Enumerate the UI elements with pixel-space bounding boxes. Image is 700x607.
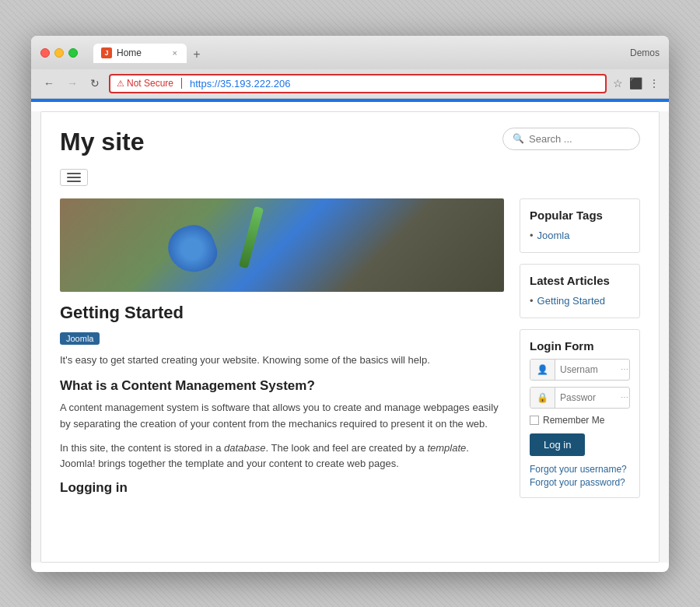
minimize-button[interactable] <box>54 48 64 58</box>
hamburger-line-1 <box>67 173 81 174</box>
popular-tag-joomla-link[interactable]: Joomla <box>537 230 570 241</box>
latest-articles-list: Getting Started <box>530 293 630 308</box>
url-text: https://35.193.222.206 <box>190 78 290 89</box>
not-secure-indicator: ⚠ Not Secure <box>117 78 173 89</box>
cast-button[interactable]: ⬛ <box>629 77 642 89</box>
login-links: Forgot your username? Forgot your passwo… <box>530 464 630 488</box>
user-icon: 👤 <box>530 360 555 380</box>
forgot-password-link[interactable]: Forgot your password? <box>530 477 630 488</box>
tab-favicon: J <box>101 47 112 58</box>
section1-p2-db: database <box>224 442 266 454</box>
hamburger-menu-button[interactable] <box>60 169 88 186</box>
address-bar: ← → ↻ ⚠ Not Secure https://35.193.222.20… <box>31 69 669 99</box>
popular-tags-title: Popular Tags <box>530 209 630 222</box>
remember-me-row: Remember Me <box>530 415 630 426</box>
article-title: Getting Started <box>60 303 504 323</box>
section1-p2-before: In this site, the content is stored in a <box>60 442 224 454</box>
not-secure-label: Not Secure <box>127 78 173 89</box>
login-button[interactable]: Log in <box>530 433 585 456</box>
tab-close-button[interactable]: × <box>173 48 177 58</box>
hamburger-line-3 <box>67 181 81 182</box>
login-form-card: Login Form 👤 ⋯ 🔒 ⋯ <box>520 329 640 498</box>
title-bar: J Home × + Demos <box>31 36 669 69</box>
username-input[interactable] <box>555 360 618 380</box>
browser-window: J Home × + Demos ← → ↻ ⚠ Not Secure http… <box>31 36 669 572</box>
active-tab[interactable]: J Home × <box>93 44 187 63</box>
browser-toolbar <box>31 99 669 102</box>
search-input[interactable] <box>529 133 630 145</box>
hero-image <box>60 198 504 292</box>
popular-tags-list: Joomla <box>530 228 630 243</box>
section1-p2-template: template <box>427 442 466 454</box>
forgot-username-link[interactable]: Forgot your username? <box>530 464 630 475</box>
url-bar[interactable]: ⚠ Not Secure https://35.193.222.206 <box>109 74 607 93</box>
bookmark-button[interactable]: ☆ <box>613 77 623 89</box>
latest-article-link[interactable]: Getting Started <box>537 295 605 307</box>
password-input[interactable] <box>555 388 618 408</box>
webpage: My site 🔍 Getting Started <box>31 111 669 563</box>
warning-icon: ⚠ <box>117 79 124 89</box>
site-header: My site 🔍 <box>60 128 640 156</box>
section1-paragraph1: A content management system is software … <box>60 400 504 433</box>
menu-button[interactable]: ⋮ <box>649 77 660 89</box>
password-dots: ⋯ <box>618 388 630 406</box>
latest-articles-title: Latest Articles <box>530 274 630 287</box>
lock-icon: 🔒 <box>530 388 555 408</box>
forward-button[interactable]: → <box>64 75 81 91</box>
maximize-button[interactable] <box>68 48 78 58</box>
article-intro: It's easy to get started creating your w… <box>60 353 504 368</box>
section1-paragraph2: In this site, the content is stored in a… <box>60 440 504 473</box>
list-item: Getting Started <box>530 293 630 308</box>
address-actions: ☆ ⬛ ⋮ <box>613 77 660 89</box>
latest-articles-card: Latest Articles Getting Started <box>520 264 640 318</box>
article-tag-badge[interactable]: Joomla <box>60 332 100 345</box>
username-dots: ⋯ <box>618 360 630 378</box>
remember-me-checkbox[interactable] <box>530 416 539 425</box>
username-input-group: 👤 ⋯ <box>530 359 630 381</box>
section2-heading: Logging in <box>60 480 504 496</box>
demos-link: Demos <box>630 47 660 58</box>
tab-title: Home <box>117 47 142 58</box>
login-form-title: Login Form <box>530 339 630 353</box>
section1-p2-middle: . The look and feel are created by a <box>266 442 428 454</box>
back-button[interactable]: ← <box>40 75 58 91</box>
search-icon: 🔍 <box>513 133 524 144</box>
hamburger-line-2 <box>67 177 81 178</box>
sidebar: Popular Tags Joomla Latest Articles Ge <box>520 198 640 509</box>
window-controls <box>40 48 78 58</box>
popular-tags-card: Popular Tags Joomla <box>520 198 640 253</box>
new-tab-button[interactable]: + <box>188 46 205 63</box>
refresh-button[interactable]: ↻ <box>87 75 103 91</box>
password-input-group: 🔒 ⋯ <box>530 387 630 409</box>
content-layout: Getting Started Joomla It's easy to get … <box>60 198 640 509</box>
tab-bar: J Home × + <box>93 44 630 63</box>
main-content: Getting Started Joomla It's easy to get … <box>60 198 504 509</box>
section1-heading: What is a Content Management System? <box>60 378 504 394</box>
site-title: My site <box>60 128 144 156</box>
webpage-inner: My site 🔍 Getting Started <box>40 111 660 563</box>
remember-me-label: Remember Me <box>543 415 604 426</box>
close-button[interactable] <box>40 48 50 58</box>
search-box[interactable]: 🔍 <box>502 128 640 150</box>
url-divider <box>181 78 182 89</box>
list-item: Joomla <box>530 228 630 243</box>
